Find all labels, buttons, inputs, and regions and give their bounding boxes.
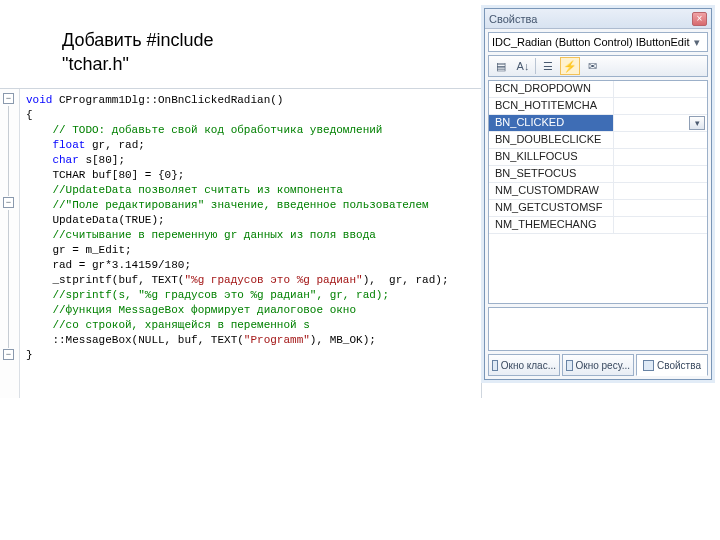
tab-label: Окно ресу... — [576, 360, 630, 371]
event-name: BN_CLICKED — [489, 115, 614, 131]
event-name: BCN_DROPDOWN — [489, 81, 614, 97]
event-name: BN_DOUBLECLICKE — [489, 132, 614, 148]
panel-title-text: Свойства — [489, 13, 692, 25]
fold-line — [8, 210, 9, 348]
keyword-float: float — [52, 139, 85, 151]
sort-button[interactable]: A↓ — [513, 57, 533, 75]
event-value-cell[interactable] — [614, 217, 707, 233]
comment: //UpdateData позволяет считать из компон… — [52, 184, 342, 196]
event-row[interactable]: NM_THEMECHANG — [489, 217, 707, 234]
keyword-char: char — [52, 154, 78, 166]
code-text: UpdateData(TRUE); — [52, 214, 164, 226]
chevron-down-icon[interactable]: ▾ — [689, 116, 705, 130]
control-selector-text: IDC_Radian (Button Control) IButtonEdito… — [492, 36, 690, 48]
event-value-cell[interactable] — [614, 81, 707, 97]
fold-line — [8, 106, 9, 196]
event-row[interactable]: BN_KILLFOCUS — [489, 149, 707, 166]
fold-toggle-icon[interactable]: − — [3, 93, 14, 104]
event-row[interactable]: BN_DOUBLECLICKE — [489, 132, 707, 149]
event-name: NM_GETCUSTOMSF — [489, 200, 614, 216]
fold-toggle-icon[interactable]: − — [3, 197, 14, 208]
code-text: ::MessageBox(NULL, buf, TEXT( — [52, 334, 243, 346]
description-box — [488, 307, 708, 351]
close-icon[interactable]: × — [692, 12, 707, 26]
string: "Programm" — [244, 334, 310, 346]
bottom-tabstrip: Окно клас... Окно ресу... Свойства — [488, 354, 708, 376]
code-text: gr = m_Edit; — [52, 244, 131, 256]
tab-class-view[interactable]: Окно клас... — [488, 354, 560, 376]
event-name: BN_KILLFOCUS — [489, 149, 614, 165]
event-value-cell[interactable] — [614, 183, 707, 199]
comment: //sprintf(s, "%g градусов это %g радиан"… — [52, 289, 389, 301]
tab-icon — [492, 360, 498, 371]
comment: //функция MessageBox формирует диалогово… — [52, 304, 356, 316]
code-text: ), MB_OK); — [310, 334, 376, 346]
code-gutter: − − − — [0, 89, 20, 398]
comment: //считывание в переменную gr данных из п… — [52, 229, 375, 241]
keyword-void: void — [26, 94, 52, 106]
chevron-down-icon: ▾ — [690, 36, 704, 49]
comment: //"Поле редактирования" значение, введен… — [52, 199, 428, 211]
event-value-cell[interactable] — [614, 149, 707, 165]
messages-button[interactable]: ✉ — [582, 57, 602, 75]
brace-close: } — [26, 349, 33, 361]
code-editor[interactable]: − − − void CProgramm1Dlg::OnBnClickedRad… — [0, 88, 482, 398]
annotation-line1: Добавить #include — [62, 30, 214, 50]
event-value-cell[interactable] — [614, 166, 707, 182]
annotation-line2: "tchar.h" — [62, 54, 129, 74]
event-name: NM_CUSTOMDRAW — [489, 183, 614, 199]
comment: // TODO: добавьте свой код обработчика у… — [52, 124, 382, 136]
tab-properties[interactable]: Свойства — [636, 354, 708, 376]
event-value-cell[interactable]: ▾ — [614, 115, 707, 131]
event-name: BCN_HOTITEMCHA — [489, 98, 614, 114]
panel-titlebar[interactable]: Свойства × — [485, 9, 711, 29]
event-value-cell[interactable] — [614, 98, 707, 114]
event-name: NM_THEMECHANG — [489, 217, 614, 233]
annotation-text: Добавить #include "tchar.h" — [62, 28, 214, 77]
events-grid[interactable]: BCN_DROPDOWNBCN_HOTITEMCHABN_CLICKED▾BN_… — [488, 80, 708, 304]
code-text: s[80]; — [79, 154, 125, 166]
fold-toggle-icon[interactable]: − — [3, 349, 14, 360]
tab-label: Окно клас... — [501, 360, 556, 371]
properties-button[interactable]: ☰ — [538, 57, 558, 75]
code-text: CProgramm1Dlg::OnBnClickedRadian() — [52, 94, 283, 106]
code-text: rad = gr*3.14159/180; — [52, 259, 191, 271]
tab-resource-view[interactable]: Окно ресу... — [562, 354, 634, 376]
event-row[interactable]: BN_SETFOCUS — [489, 166, 707, 183]
control-selector-combo[interactable]: IDC_Radian (Button Control) IButtonEdito… — [488, 32, 708, 52]
code-text: gr, rad; — [85, 139, 144, 151]
tab-icon — [643, 360, 654, 371]
tab-label: Свойства — [657, 360, 701, 371]
event-row[interactable]: BCN_HOTITEMCHA — [489, 98, 707, 115]
brace-open: { — [26, 109, 33, 121]
event-row[interactable]: NM_GETCUSTOMSF — [489, 200, 707, 217]
properties-panel: Свойства × IDC_Radian (Button Control) I… — [484, 8, 712, 380]
code-text: TCHAR buf[80] = {0}; — [52, 169, 184, 181]
code-body[interactable]: void CProgramm1Dlg::OnBnClickedRadian() … — [20, 89, 481, 398]
events-button[interactable]: ⚡ — [560, 57, 580, 75]
tab-icon — [566, 360, 573, 371]
code-text: ), gr, rad); — [363, 274, 449, 286]
toolbar-separator — [535, 58, 536, 74]
properties-toolbar: ▤ A↓ ☰ ⚡ ✉ — [488, 55, 708, 77]
string: "%g градусов это %g радиан" — [184, 274, 362, 286]
event-name: BN_SETFOCUS — [489, 166, 614, 182]
event-value-cell[interactable] — [614, 200, 707, 216]
event-row[interactable]: BCN_DROPDOWN — [489, 81, 707, 98]
code-text: _stprintf(buf, TEXT( — [52, 274, 184, 286]
categorize-button[interactable]: ▤ — [491, 57, 511, 75]
comment: //со строкой, хранящейся в переменной s — [52, 319, 309, 331]
event-row[interactable]: NM_CUSTOMDRAW — [489, 183, 707, 200]
event-value-cell[interactable] — [614, 132, 707, 148]
event-row[interactable]: BN_CLICKED▾ — [489, 115, 707, 132]
